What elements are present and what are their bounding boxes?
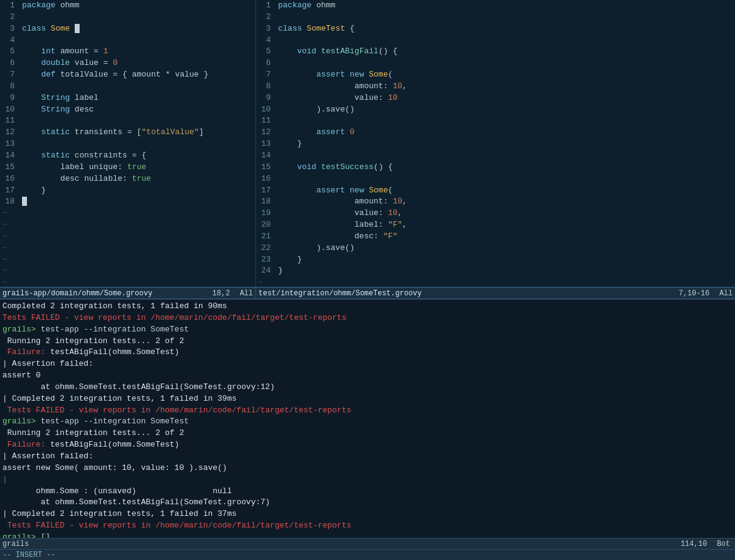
table-row: 23 } — [256, 254, 735, 266]
right-status-scroll: All — [719, 289, 735, 298]
list-item: | Completed 2 integration tests, 1 faile… — [2, 509, 733, 520]
right-status-position: 7,10-16 — [669, 289, 719, 298]
table-row: 4 — [256, 35, 735, 47]
list-item: grails> [] — [2, 532, 733, 538]
table-row: 13 — [0, 138, 255, 150]
table-row: 9 String label — [0, 93, 255, 104]
table-row: 12 assert 0 — [256, 127, 735, 138]
tilde-line: ~ — [0, 243, 255, 254]
left-status-scroll: All — [239, 289, 255, 298]
list-item: assert 0 — [2, 370, 733, 382]
table-row: 5 void testABigFail() { — [256, 46, 735, 58]
list-item: Tests FAILED - view reports in /home/mar… — [2, 312, 733, 324]
table-row: 15 label unique: true — [0, 162, 255, 173]
table-row: 14 static constraints = { — [0, 150, 255, 162]
table-row: 17 assert new Some( — [256, 185, 735, 197]
left-status-filename: grails-app/domain/ohmm/Some.groovy — [0, 289, 203, 298]
list-item: at ohmm.SomeTest.testABigFail(SomeTest.g… — [2, 497, 733, 509]
left-pane: 1package ohmm23class Some 45 int amount … — [0, 0, 256, 287]
list-item: Completed 2 integration tests, 1 failed … — [2, 301, 733, 312]
left-status-bar: grails-app/domain/ohmm/Some.groovy 18,2 … — [0, 287, 256, 298]
table-row: 12 static transients = ["totalValue"] — [0, 127, 255, 138]
list-item: at ohmm.SomeTest.testABigFail(SomeTest.g… — [2, 382, 733, 393]
left-code-lines: 1package ohmm23class Some 45 int amount … — [0, 0, 255, 287]
table-row: 1package ohmm — [256, 0, 735, 12]
table-row: 18 — [0, 196, 255, 208]
list-item: Running 2 integration tests... 2 of 2 — [2, 428, 733, 439]
table-row: 10 String desc — [0, 104, 255, 116]
tilde-line: ~ — [0, 277, 255, 287]
tilde-line: ~ — [0, 231, 255, 243]
table-row: 22 ).save() — [256, 243, 735, 254]
list-item: | Completed 2 integration tests, 1 faile… — [2, 393, 733, 405]
bottom-status-bar: grails 114,10 Bot — [0, 538, 735, 549]
mode-label: -- INSERT -- — [2, 551, 55, 559]
left-status-position: 18,2 — [203, 289, 240, 298]
table-row: 20 label: "F", — [256, 219, 735, 231]
editor-area: 1package ohmm23class Some 45 int amount … — [0, 0, 735, 287]
table-row: 7 def totalValue = { amount * value } — [0, 69, 255, 81]
left-code-container[interactable]: 1package ohmm23class Some 45 int amount … — [0, 0, 255, 287]
right-pane: 1package ohmm23class SomeTest {45 void t… — [256, 0, 735, 287]
table-row: 9 value: 10 — [256, 93, 735, 104]
table-row: 3class SomeTest { — [256, 23, 735, 35]
table-row: 21 desc: "F" — [256, 231, 735, 243]
table-row: 15 void testSuccess() { — [256, 162, 735, 173]
table-row: 2 — [0, 12, 255, 23]
table-row: 24} — [256, 265, 735, 277]
list-item: | — [2, 474, 733, 486]
bottom-status-left: grails — [0, 540, 671, 548]
table-row: 16 desc nullable: true — [0, 173, 255, 185]
table-row: 2 — [256, 12, 735, 23]
list-item: grails> test-app --integration SomeTest — [2, 324, 733, 336]
list-item: ohmm.Some : (unsaved) null — [2, 486, 733, 498]
table-row: 16 — [256, 173, 735, 185]
table-row: 11 — [256, 115, 735, 127]
list-item: Failure: testABigFail(ohmm.SomeTest) — [2, 347, 733, 358]
tilde-line: ~ — [0, 208, 255, 219]
tilde-line: ~ — [0, 219, 255, 231]
table-row: 13 } — [256, 138, 735, 150]
table-row: 6 — [256, 58, 735, 69]
right-code-lines: 1package ohmm23class SomeTest {45 void t… — [256, 0, 735, 287]
list-item: grails> test-app --integration SomeTest — [2, 416, 733, 428]
table-row: 5 int amount = 1 — [0, 46, 255, 58]
mode-bar: -- INSERT -- — [0, 549, 735, 560]
bottom-status-middle: 114,10 — [671, 540, 717, 548]
right-status-filename: test/integration/ohmm/SomeTest.groovy — [256, 289, 669, 298]
list-item: | Assertion failed: — [2, 358, 733, 370]
table-row: 17 } — [0, 185, 255, 197]
list-item: Tests FAILED - view reports in /home/mar… — [2, 405, 733, 417]
list-item: Running 2 integration tests... 2 of 2 — [2, 336, 733, 347]
list-item: Failure: testABigFail(ohmm.SomeTest) — [2, 439, 733, 451]
table-row: 11 — [0, 115, 255, 127]
table-row: 4 — [0, 35, 255, 47]
table-row: 19 value: 10, — [256, 208, 735, 219]
list-item: Tests FAILED - view reports in /home/mar… — [2, 520, 733, 532]
table-row: 3class Some — [0, 23, 255, 35]
table-row: 14 — [256, 150, 735, 162]
table-row: 1package ohmm — [0, 0, 255, 12]
bottom-status-right: Bot — [717, 540, 735, 548]
tilde-line: ~ — [0, 265, 255, 277]
tilde-line: ~ — [0, 254, 255, 266]
table-row: 8 amount: 10, — [256, 81, 735, 93]
table-row: 10 ).save() — [256, 104, 735, 116]
table-row: 6 double value = 0 — [0, 58, 255, 69]
right-code-container[interactable]: 1package ohmm23class SomeTest {45 void t… — [256, 0, 735, 287]
terminal-area[interactable]: Completed 2 integration tests, 1 failed … — [0, 299, 735, 538]
list-item: | Assertion failed: — [2, 451, 733, 463]
table-row: 8 — [0, 81, 255, 93]
list-item: assert new Some( amount: 10, value: 10 )… — [2, 463, 733, 474]
tilde-line: ~ — [256, 277, 735, 287]
table-row: 18 amount: 10, — [256, 196, 735, 208]
table-row: 7 assert new Some( — [256, 69, 735, 81]
right-status-bar: test/integration/ohmm/SomeTest.groovy 7,… — [256, 287, 735, 298]
